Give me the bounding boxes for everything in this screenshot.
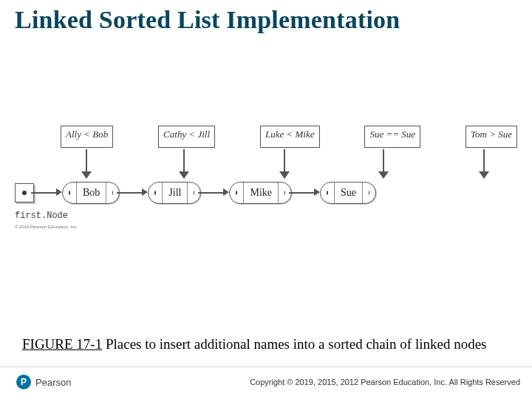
compare-box: Luke < Mike — [260, 126, 320, 148]
compare-box: Sue == Sue — [364, 126, 420, 148]
figure-number: FIGURE 17-1 — [22, 336, 102, 352]
down-arrow-icon — [81, 149, 92, 179]
linked-chain: Bob Jill Mike Sue — [15, 179, 517, 207]
right-arrow-icon — [120, 189, 148, 197]
node-prev-cell — [149, 183, 162, 203]
pointer-dot-icon — [69, 191, 70, 195]
down-arrow-icon — [279, 149, 290, 179]
list-node: Mike — [229, 182, 292, 204]
right-arrow-icon — [292, 189, 320, 197]
compare-box: Cathy < Jill — [158, 126, 215, 148]
node-data: Mike — [243, 183, 278, 203]
node-next-cell — [362, 183, 375, 203]
figure-tiny-copyright: © 2019 Pearson Education, Inc. — [15, 225, 78, 229]
pointer-dot-icon — [112, 191, 113, 195]
compare-box: Tom > Sue — [466, 126, 517, 148]
down-arrow-icon — [179, 149, 189, 179]
brand-logo: P Pearson — [16, 375, 71, 389]
node-data: Jill — [162, 183, 187, 203]
node-prev-cell — [63, 183, 76, 203]
pointer-dot-icon — [369, 191, 369, 195]
pointer-dot-icon — [327, 191, 328, 195]
pearson-logo-icon: P — [16, 375, 31, 389]
diagram: Ally < Bob Cathy < Jill Luke < Mike Sue … — [15, 126, 517, 251]
footer-copyright: Copyright © 2019, 2015, 2012 Pearson Edu… — [250, 378, 520, 386]
compare-box: Ally < Bob — [61, 126, 113, 148]
insertion-arrows — [15, 148, 517, 181]
footer: P Pearson Copyright © 2019, 2015, 2012 P… — [0, 366, 532, 399]
page-title: Linked Sorted List Implementation — [15, 6, 517, 34]
down-arrow-icon — [479, 149, 489, 179]
node-data: Bob — [76, 183, 106, 203]
brand-name: Pearson — [35, 377, 71, 388]
figure-caption: FIGURE 17-1 Places to insert additional … — [22, 335, 510, 353]
list-node: Bob — [62, 182, 120, 204]
pointer-dot-icon — [154, 191, 156, 195]
list-node: Sue — [320, 182, 376, 204]
right-arrow-icon — [34, 189, 62, 197]
node-prev-cell — [230, 183, 243, 203]
node-prev-cell — [321, 183, 334, 203]
figure-caption-text: Places to insert additional names into a… — [102, 336, 486, 352]
down-arrow-icon — [378, 149, 389, 179]
right-arrow-icon — [201, 189, 229, 197]
slide: Linked Sorted List Implementation Ally <… — [0, 0, 532, 399]
first-node-label: first.Node — [15, 211, 68, 221]
node-data: Sue — [334, 183, 362, 203]
pointer-dot-icon — [22, 191, 27, 195]
list-node: Jill — [148, 182, 201, 204]
comparison-row: Ally < Bob Cathy < Jill Luke < Mike Sue … — [61, 126, 517, 148]
pointer-dot-icon — [194, 191, 194, 195]
pointer-dot-icon — [236, 191, 237, 195]
pointer-dot-icon — [284, 191, 285, 195]
